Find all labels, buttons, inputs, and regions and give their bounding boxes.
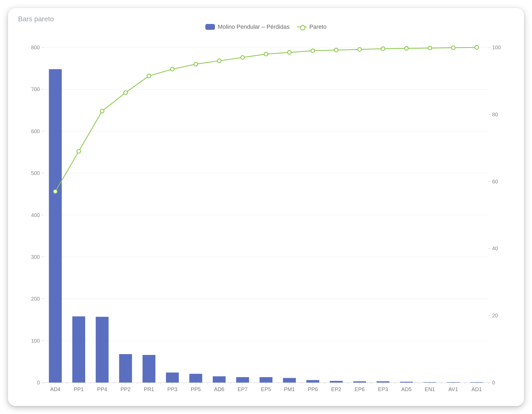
plot-area: 0100200300400500600700800020406080100AD4… — [22, 37, 510, 397]
bar — [306, 380, 319, 383]
bar — [377, 381, 389, 383]
bar — [166, 372, 179, 383]
y-left-tick-label: 400 — [31, 212, 40, 218]
x-tick-label: PP5 — [191, 386, 201, 392]
bar — [470, 382, 483, 383]
legend: Molino Pendular – Pérdidas Pareto — [8, 23, 524, 30]
pareto-marker — [264, 52, 268, 56]
chart-title: Bars pareto — [18, 15, 517, 23]
x-tick-label: EP3 — [378, 386, 388, 392]
x-tick-label: EP6 — [355, 386, 365, 392]
pareto-marker — [124, 91, 127, 95]
gridlines — [44, 47, 488, 383]
x-tick-label: PP6 — [308, 386, 318, 392]
x-tick-label: PP1 — [74, 386, 84, 392]
x-tick-label: PP2 — [120, 386, 131, 392]
bar-swatch-icon — [205, 24, 215, 30]
pareto-marker — [405, 47, 408, 50]
y-left-tick-label: 300 — [31, 254, 40, 260]
pareto-marker — [288, 51, 291, 54]
bar — [353, 381, 366, 383]
pareto-marker — [428, 46, 432, 50]
legend-bar-label: Molino Pendular – Pérdidas — [218, 23, 289, 30]
y-right-tick-label: 0 — [492, 380, 495, 386]
y-right-tick-label: 100 — [492, 44, 501, 50]
bar — [143, 355, 155, 383]
pareto-marker — [358, 48, 361, 51]
x-tick-label: AD4 — [50, 386, 61, 392]
y-right-tick-label: 40 — [492, 245, 498, 251]
x-tick-label: PP3 — [167, 386, 177, 392]
pareto-marker — [334, 48, 338, 52]
pareto-marker — [311, 49, 315, 53]
y-left-tick-label: 100 — [31, 338, 40, 344]
x-tick-label: EP7 — [238, 386, 248, 392]
legend-item-line[interactable]: Pareto — [297, 23, 327, 30]
pareto-marker — [77, 149, 81, 153]
bar — [119, 354, 132, 383]
y-right-tick-label: 80 — [492, 112, 498, 117]
y-left-tick-label: 600 — [31, 128, 40, 134]
x-tick-label: PR1 — [144, 386, 154, 392]
bar — [72, 316, 85, 383]
y-right-tick-label: 20 — [492, 313, 498, 318]
bar — [283, 378, 296, 383]
bars-group — [49, 69, 483, 383]
legend-line-label: Pareto — [309, 23, 327, 30]
bar — [189, 374, 202, 383]
pareto-marker — [100, 109, 104, 113]
bar — [213, 376, 226, 383]
bar — [447, 382, 460, 383]
y-left-tick-label: 0 — [37, 380, 40, 386]
y-left-tick-label: 200 — [31, 296, 40, 302]
y-right-tick-label: 60 — [492, 179, 498, 185]
x-tick-label: PM1 — [284, 386, 295, 392]
x-tick-label: EP5 — [261, 386, 271, 392]
bar — [49, 69, 62, 383]
bar — [260, 377, 272, 383]
pareto-marker — [171, 67, 174, 71]
bar — [400, 382, 413, 383]
bar — [423, 382, 436, 383]
x-tick-label: AV1 — [448, 386, 458, 392]
x-tick-label: AD1 — [472, 386, 482, 392]
x-tick-label: AD5 — [401, 386, 412, 392]
chart-svg: 0100200300400500600700800020406080100AD4… — [22, 37, 510, 397]
pareto-line — [55, 47, 477, 191]
pareto-marker — [451, 46, 455, 50]
y-left-tick-label: 800 — [31, 44, 40, 50]
x-tick-label: EP2 — [331, 386, 341, 392]
bar — [330, 381, 343, 383]
pareto-marker — [147, 74, 151, 78]
x-tick-label: EN1 — [425, 386, 435, 392]
bar — [236, 377, 249, 383]
pareto-marker — [53, 190, 57, 193]
pareto-marker — [381, 47, 385, 51]
pareto-marker — [241, 56, 244, 59]
pareto-marker — [217, 59, 221, 63]
legend-item-bars[interactable]: Molino Pendular – Pérdidas — [205, 23, 289, 30]
line-swatch-icon — [297, 24, 307, 30]
bar — [96, 317, 109, 383]
y-left-tick-label: 500 — [31, 170, 40, 176]
x-tick-label: AD6 — [214, 386, 225, 392]
y-left-tick-label: 700 — [31, 86, 40, 92]
x-tick-label: PP4 — [97, 386, 107, 392]
pareto-marker — [194, 62, 198, 66]
chart-card: Bars pareto Molino Pendular – Pérdidas P… — [8, 8, 524, 406]
pareto-marker — [475, 46, 479, 49]
